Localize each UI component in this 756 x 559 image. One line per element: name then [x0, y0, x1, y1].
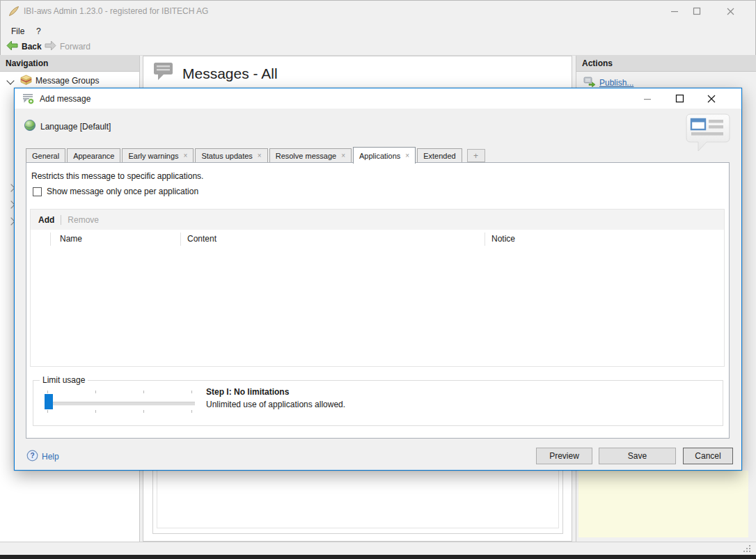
once-per-application-checkbox[interactable]	[33, 187, 42, 196]
nav-toolbar: Back Forward	[0, 39, 756, 56]
add-application-button[interactable]: Add	[38, 215, 54, 225]
back-arrow-icon	[6, 40, 18, 53]
slider-tick	[47, 410, 48, 413]
status-bar	[0, 542, 756, 555]
slider-tick	[47, 391, 48, 393]
dialog-titlebar: Add message	[15, 88, 741, 109]
navigation-header: Navigation	[0, 56, 139, 72]
tab-close-icon[interactable]: ×	[341, 152, 345, 159]
tab-close-icon[interactable]: ×	[184, 152, 188, 159]
messages-bubble-icon	[153, 62, 174, 84]
resize-grip[interactable]	[743, 545, 751, 555]
tab-early-warnings[interactable]: Early warnings×	[122, 148, 194, 163]
page-title: Messages - All	[182, 65, 278, 82]
actions-header: Actions	[576, 56, 756, 72]
add-message-icon	[22, 93, 34, 107]
dialog-title: Add message	[40, 94, 90, 104]
applications-list-toolbar: Add Remove	[31, 210, 724, 230]
app-icon	[8, 6, 19, 19]
tab-description: Restricts this message to specific appli…	[31, 171, 203, 181]
limit-usage-slider-track[interactable]	[46, 402, 195, 406]
remove-application-button[interactable]: Remove	[68, 215, 99, 225]
tab-appearance[interactable]: Appearance	[67, 148, 120, 163]
tab-close-icon[interactable]: ×	[258, 152, 262, 159]
help-link[interactable]: ? Help	[26, 450, 59, 464]
column-header-notice[interactable]: Notice	[491, 234, 515, 244]
forward-arrow-icon	[45, 40, 56, 53]
tab-resolve-message[interactable]: Resolve message×	[269, 148, 352, 163]
slider-tick	[143, 391, 144, 393]
screen: IBI-aws Admin 1.23.0 - registered for IB…	[0, 0, 756, 559]
cancel-button[interactable]: Cancel	[683, 448, 733, 464]
message-groups-icon	[20, 74, 32, 88]
toolbar-separator	[61, 215, 61, 225]
applications-tab-page: Restricts this message to specific appli…	[26, 162, 730, 439]
menu-file[interactable]: File	[7, 24, 29, 38]
forward-button[interactable]: Forward	[42, 40, 93, 54]
checkbox-label: Show message only once per application	[47, 187, 198, 196]
limit-usage-slider-thumb[interactable]	[45, 394, 53, 409]
slider-tick	[191, 410, 192, 413]
slider-tick	[191, 391, 192, 393]
maximize-button[interactable]	[686, 0, 707, 22]
svg-text:?: ?	[30, 452, 34, 459]
dialog-close-button[interactable]	[698, 88, 725, 109]
tree-item-message-groups[interactable]: Message Groups	[0, 74, 139, 88]
tree-item-label: Message Groups	[36, 76, 99, 86]
tab-close-icon[interactable]: ×	[405, 152, 409, 159]
message-artwork-icon	[686, 113, 732, 156]
applications-list: Add Remove Name Content Notice	[30, 209, 725, 367]
help-icon: ?	[26, 450, 38, 464]
add-message-dialog: Add message Language [Default] General A…	[14, 88, 742, 471]
slider-tick	[95, 410, 96, 413]
dialog-minimize-button[interactable]	[634, 88, 661, 109]
slider-tick	[95, 391, 96, 393]
tab-applications[interactable]: Applications×	[353, 147, 416, 164]
once-per-application-option: Show message only once per application	[33, 187, 198, 196]
tab-extended[interactable]: Extended	[417, 148, 462, 163]
dialog-maximize-button[interactable]	[666, 88, 693, 109]
notes-preview-box	[578, 471, 748, 537]
language-selector[interactable]: Language [Default]	[24, 119, 111, 134]
main-titlebar: IBI-aws Admin 1.23.0 - registered for IB…	[0, 0, 756, 22]
dialog-tab-strip: General Appearance Early warnings× Statu…	[26, 147, 485, 163]
close-button[interactable]	[720, 0, 741, 22]
globe-icon	[24, 119, 36, 134]
window-bottom-edge	[0, 555, 756, 559]
save-button[interactable]: Save	[599, 448, 676, 464]
limit-usage-step-title: Step I: No limitations	[206, 387, 289, 397]
add-tab-button[interactable]: +	[467, 149, 485, 162]
tab-status-updates[interactable]: Status updates×	[195, 148, 267, 163]
limit-usage-step-description: Unlimited use of applications allowed.	[206, 400, 345, 409]
applications-table-header: Name Content Notice	[31, 230, 724, 249]
column-separator[interactable]	[180, 233, 181, 246]
chevron-down-icon[interactable]	[6, 77, 14, 84]
column-separator[interactable]	[50, 233, 51, 246]
column-header-name[interactable]: Name	[60, 234, 82, 244]
minimize-button[interactable]	[664, 0, 685, 22]
limit-usage-groupbox: Limit usage Step I: No limitations Unlim…	[33, 380, 723, 426]
slider-tick	[143, 410, 144, 413]
column-separator[interactable]	[485, 233, 485, 246]
column-header-content[interactable]: Content	[187, 234, 216, 244]
limit-usage-legend: Limit usage	[40, 375, 88, 385]
tab-general[interactable]: General	[26, 148, 65, 163]
menu-bar: File ?	[0, 22, 756, 39]
preview-button[interactable]: Preview	[536, 448, 592, 464]
back-button[interactable]: Back	[3, 40, 45, 54]
window-title: IBI-aws Admin 1.23.0 - registered for IB…	[24, 6, 208, 16]
menu-help[interactable]: ?	[32, 24, 45, 38]
language-label: Language [Default]	[40, 122, 111, 132]
